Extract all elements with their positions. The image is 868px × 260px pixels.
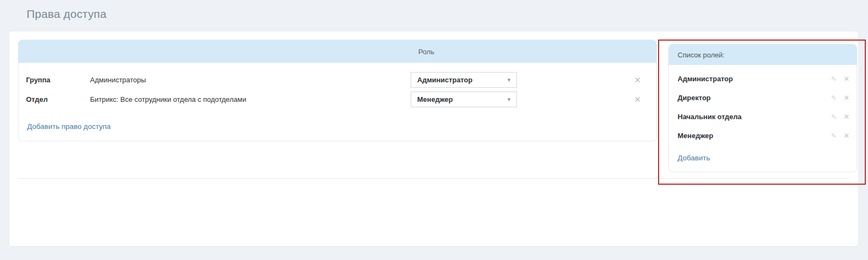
- access-row-name: Битрикс: Все сотрудники отдела с подотде…: [90, 95, 411, 103]
- remove-row-icon[interactable]: ✕: [634, 95, 641, 103]
- role-name: Менеджер: [678, 132, 831, 140]
- remove-row-icon[interactable]: ✕: [634, 76, 641, 84]
- roles-list-header: Список ролей:: [669, 44, 857, 65]
- access-row-name: Администраторы: [90, 76, 411, 84]
- add-access-right-link[interactable]: Добавить право доступа: [27, 122, 111, 131]
- chevron-down-icon: ▾: [507, 77, 510, 83]
- edit-pencil-icon[interactable]: ✎: [831, 132, 837, 140]
- delete-role-icon[interactable]: ✕: [844, 75, 850, 83]
- role-select-value: Менеджер: [417, 95, 453, 103]
- list-item: Директор ✎ ✕: [669, 88, 857, 107]
- role-name: Директор: [678, 94, 831, 102]
- roles-list-card: Список ролей: Администратор ✎ ✕ Директор…: [668, 44, 857, 172]
- roles-panel-highlight: Список ролей: Администратор ✎ ✕ Директор…: [658, 40, 866, 185]
- role-name: Начальник отдела: [678, 113, 831, 121]
- table-row: Отдел Битрикс: Все сотрудники отдела с п…: [18, 89, 656, 109]
- delete-role-icon[interactable]: ✕: [844, 132, 850, 140]
- role-name: Администратор: [678, 75, 831, 83]
- edit-pencil-icon[interactable]: ✎: [831, 113, 837, 121]
- edit-pencil-icon[interactable]: ✎: [831, 94, 837, 102]
- table-row: Группа Администраторы Администратор ▾ ✕: [18, 70, 656, 89]
- delete-role-icon[interactable]: ✕: [844, 113, 850, 121]
- role-select-dropdown[interactable]: Менеджер ▾: [411, 92, 517, 107]
- add-role-link[interactable]: Добавить: [678, 154, 710, 162]
- delete-role-icon[interactable]: ✕: [844, 94, 850, 102]
- list-item: Менеджер ✎ ✕: [669, 126, 857, 145]
- access-row-type: Группа: [18, 76, 90, 84]
- page-title: Права доступа: [27, 8, 106, 21]
- edit-pencil-icon[interactable]: ✎: [831, 75, 837, 83]
- chevron-down-icon: ▾: [507, 96, 510, 102]
- access-card-header: Роль: [18, 40, 656, 63]
- access-rights-container: Роль Группа Администраторы Администратор…: [9, 31, 859, 246]
- role-select-value: Администратор: [417, 76, 473, 84]
- role-column-header: Роль: [418, 48, 434, 56]
- list-item: Начальник отдела ✎ ✕: [669, 107, 857, 126]
- access-rights-card: Роль Группа Администраторы Администратор…: [18, 40, 657, 141]
- role-select-dropdown[interactable]: Администратор ▾: [411, 72, 517, 88]
- access-row-type: Отдел: [18, 95, 90, 103]
- list-item: Администратор ✎ ✕: [669, 69, 857, 88]
